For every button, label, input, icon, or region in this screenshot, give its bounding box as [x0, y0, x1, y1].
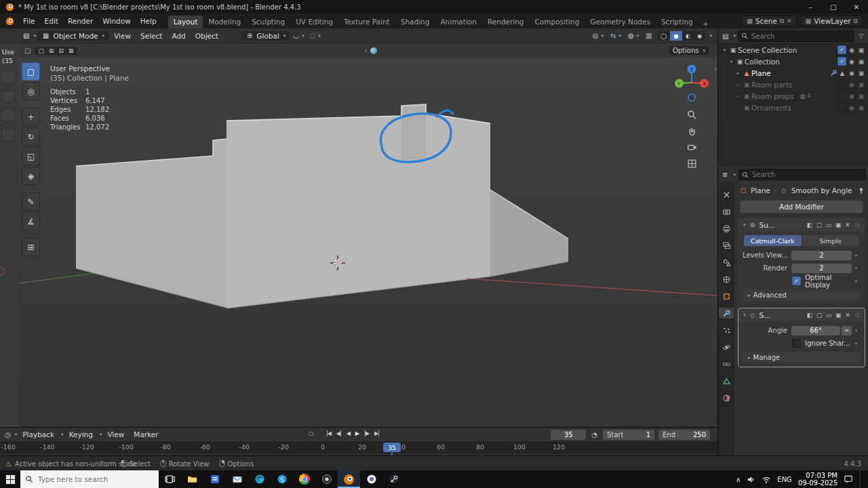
taskbar-app-camera[interactable]	[315, 470, 338, 488]
tab-modeling[interactable]: Modeling	[203, 16, 246, 28]
tab-sculpting[interactable]: Sculpting	[246, 16, 290, 28]
properties-tab-view-layer[interactable]	[719, 240, 734, 251]
collapsed-viewport-editor[interactable]: Use (35	[0, 28, 20, 427]
tool-rotate[interactable]: ↻	[22, 127, 40, 146]
expand-icon[interactable]: ▾	[743, 222, 746, 228]
tab-layout[interactable]: Layout	[168, 16, 203, 28]
properties-tab-output[interactable]	[719, 223, 734, 234]
realtime-toggle[interactable]: ▭	[825, 312, 833, 319]
menu-file[interactable]: File	[18, 16, 40, 26]
show-desktop-button[interactable]	[860, 470, 864, 488]
collection-checkbox[interactable]: ✓	[837, 57, 846, 66]
collection-checkbox[interactable]: ✓	[837, 45, 846, 54]
tab-uv-editing[interactable]: UV Editing	[290, 16, 338, 28]
expand-icon[interactable]: ▸	[734, 82, 742, 87]
expand-icon[interactable]: ▸	[734, 70, 742, 76]
outliner-row-plane[interactable]: ▸ ▲ Plane ▲ ◉ ▣	[718, 67, 868, 79]
start-frame-field[interactable]: Start1	[603, 430, 654, 440]
select-mode-intersect[interactable]: ⊠	[66, 47, 76, 54]
menu-marker[interactable]: Marker	[130, 430, 162, 439]
jump-to-end-button[interactable]: ▶|	[372, 429, 381, 438]
tab-scripting[interactable]: Scripting	[656, 16, 698, 28]
start-button[interactable]	[0, 470, 20, 488]
axis-z-negative-handle[interactable]	[688, 94, 695, 101]
properties-search-input[interactable]	[751, 170, 863, 179]
animate-dot[interactable]: •	[852, 340, 861, 347]
menu-select[interactable]: Select	[136, 31, 166, 41]
add-workspace-button[interactable]: +	[698, 20, 713, 28]
show-overlays-toggle[interactable]: ◍ ▾	[626, 31, 641, 40]
camera-view-icon[interactable]	[686, 141, 698, 153]
navigation-gizmo[interactable]: Z Y X	[673, 61, 711, 104]
viewlayer-copy-icon[interactable]: ⧉	[854, 18, 858, 25]
outliner-search-input[interactable]	[750, 32, 851, 41]
animate-dot[interactable]: •	[852, 252, 861, 259]
editor-type-icon[interactable]: ▤	[721, 33, 730, 40]
editor-type-icon[interactable]: ▧	[22, 32, 31, 39]
breadcrumb-modifier[interactable]: Smooth by Angle	[791, 186, 852, 195]
tool-measure[interactable]: ∡	[22, 212, 40, 230]
playhead-marker[interactable]: 35	[383, 443, 401, 452]
tab-texture-paint[interactable]: Texture Paint	[338, 16, 395, 28]
blender-menu-icon[interactable]	[5, 17, 14, 26]
scene-copy-icon[interactable]: ⧉	[780, 18, 784, 25]
drag-handle-icon[interactable]: ∷	[853, 222, 861, 228]
show-gizmo-toggle[interactable]: ⇆ ▾	[608, 31, 623, 40]
taskbar-app-file-explorer[interactable]	[181, 470, 203, 488]
filter-icon[interactable]: ▽	[856, 33, 866, 39]
taskbar-app-gimp[interactable]	[360, 470, 382, 488]
tray-expand-icon[interactable]: ∧	[736, 476, 741, 483]
pin-icon[interactable]	[858, 187, 865, 194]
outliner-search[interactable]	[738, 30, 854, 42]
tool-transform[interactable]: ◈	[22, 167, 40, 185]
timeline-ruler[interactable]: -160 -140 -120 -100 -80 -60 -40 -20 0 20…	[0, 441, 717, 453]
taskbar-search-input[interactable]	[37, 474, 154, 484]
tool-scale[interactable]: ◱	[22, 147, 40, 165]
preview-range-icon[interactable]: ◔	[590, 431, 599, 439]
menu-playback[interactable]: Playback	[18, 430, 58, 439]
sliver-tool-button[interactable]	[1, 70, 15, 84]
xray-toggle[interactable]: ▥	[644, 31, 654, 40]
menu-edit[interactable]: Edit	[40, 16, 63, 26]
hide-eye-icon[interactable]: ◉	[847, 93, 856, 100]
on-cage-toggle[interactable]: ◧	[806, 222, 814, 228]
tool-add-cube[interactable]: ⊞	[22, 238, 40, 256]
volume-icon[interactable]	[747, 475, 755, 484]
select-mode-new[interactable]: ▢	[36, 47, 46, 54]
animate-dot[interactable]: •	[852, 327, 861, 334]
tab-shading[interactable]: Shading	[395, 16, 435, 28]
expand-tool-region-icon[interactable]: ›	[365, 47, 368, 54]
levels-viewport-field[interactable]: 2	[791, 251, 852, 260]
menu-render[interactable]: Render	[63, 16, 98, 26]
collapse-region-icon[interactable]: ‹	[714, 65, 717, 73]
sliver-tool-button[interactable]	[1, 127, 15, 141]
properties-tab-render[interactable]	[719, 206, 734, 217]
menu-view[interactable]: View	[103, 430, 128, 439]
scene-unlink-icon[interactable]: ✕	[787, 18, 792, 24]
options-dropdown[interactable]: Options ▾	[669, 46, 709, 55]
hide-eye-icon[interactable]: ◉	[847, 81, 856, 88]
hide-eye-icon[interactable]: ◉	[847, 104, 856, 111]
simple-button[interactable]: Simple	[802, 235, 860, 246]
mode-selector[interactable]: ▦ Object Mode ▾	[37, 31, 108, 41]
pan-hand-icon[interactable]	[686, 125, 698, 137]
render-camera-icon[interactable]: ▣	[856, 47, 866, 54]
tool-annotate[interactable]: ✎	[22, 192, 40, 211]
properties-tab-material[interactable]	[719, 392, 734, 403]
zoom-icon[interactable]	[686, 108, 698, 121]
advanced-subpanel[interactable]: ▸ Advanced	[743, 289, 861, 301]
snap-toggle[interactable]: ◡ ▾	[291, 31, 306, 40]
render-camera-icon[interactable]: ▣	[856, 93, 866, 100]
language-indicator[interactable]: ENG	[777, 476, 792, 483]
taskbar-app-steam[interactable]	[382, 470, 405, 488]
manage-subpanel[interactable]: ▸ Manage	[743, 352, 861, 363]
drag-handle-icon[interactable]: ∷	[853, 312, 861, 319]
select-mode-extend[interactable]: ⊞	[47, 47, 56, 54]
properties-tab-physics[interactable]	[719, 342, 734, 352]
shading-material-button[interactable]: ◐	[682, 31, 694, 41]
shading-rendered-button[interactable]: ◉	[694, 31, 705, 41]
taskbar-app-blender[interactable]	[338, 470, 360, 488]
modifier-name[interactable]: Su...	[760, 221, 775, 229]
catmull-clark-button[interactable]: Catmull-Clark	[744, 235, 802, 246]
properties-tab-particles[interactable]	[719, 325, 734, 336]
